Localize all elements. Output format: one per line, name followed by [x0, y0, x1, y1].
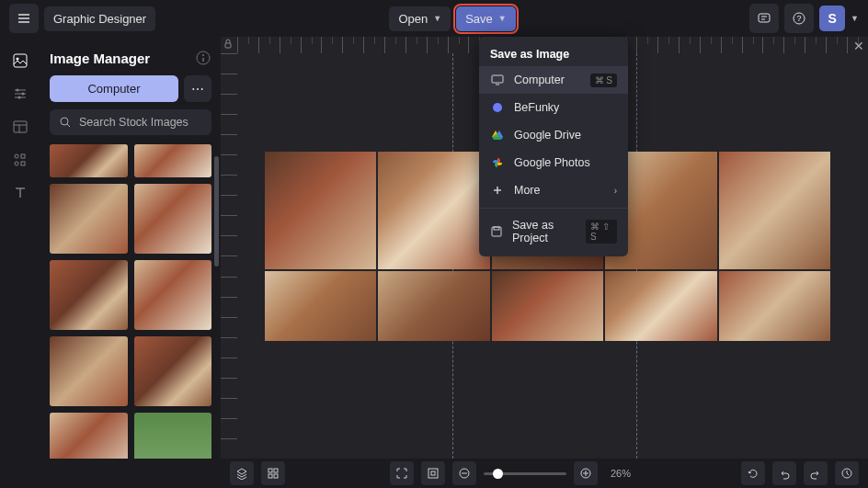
- help-button[interactable]: ?: [784, 4, 814, 33]
- keyboard-shortcut: ⌘ S: [590, 74, 617, 87]
- save-gdrive-item[interactable]: Google Drive: [479, 121, 628, 149]
- item-label: More: [514, 184, 540, 197]
- ruler-lock-icon[interactable]: [223, 39, 235, 51]
- svg-rect-17: [492, 75, 503, 83]
- grid-button[interactable]: [261, 461, 285, 485]
- thumbnail[interactable]: [50, 336, 128, 406]
- reset-button[interactable]: [741, 461, 765, 485]
- svg-point-5: [17, 89, 19, 92]
- thumbnail[interactable]: [134, 336, 212, 406]
- tab-more-button[interactable]: ⋯: [184, 75, 211, 102]
- save-more-item[interactable]: More ›: [479, 176, 628, 204]
- thumbnail[interactable]: [50, 413, 128, 459]
- svg-rect-16: [225, 43, 231, 48]
- info-icon[interactable]: [195, 50, 211, 66]
- plus-icon: [490, 183, 505, 198]
- computer-icon: [490, 73, 505, 87]
- open-button[interactable]: Open ▼: [389, 6, 451, 31]
- thumbnail-grid: [50, 144, 211, 459]
- separator: [479, 208, 628, 209]
- item-label: BeFunky: [514, 101, 559, 114]
- svg-rect-26: [431, 471, 435, 475]
- chevron-right-icon: ›: [614, 186, 617, 196]
- svg-rect-24: [274, 474, 278, 478]
- zoom-out-button[interactable]: [452, 461, 476, 485]
- panel-title: Image Manager: [50, 51, 150, 66]
- gphotos-icon: [490, 155, 505, 170]
- gdrive-icon: [490, 128, 505, 142]
- thumbnail[interactable]: [50, 144, 128, 177]
- zoom-label: 26%: [611, 468, 631, 479]
- chevron-down-icon: ▼: [498, 14, 507, 23]
- dropdown-header: Save as Image: [479, 42, 628, 66]
- zoom-thumb[interactable]: [493, 469, 503, 479]
- svg-rect-0: [759, 14, 770, 22]
- thumbnail[interactable]: [134, 184, 212, 254]
- svg-rect-21: [268, 469, 272, 472]
- save-befunky-item[interactable]: BeFunky: [479, 94, 628, 121]
- svg-point-18: [493, 103, 502, 112]
- save-computer-item[interactable]: Computer ⌘ S: [479, 66, 628, 94]
- item-label: Save as Project: [512, 219, 577, 244]
- svg-point-9: [15, 154, 18, 158]
- item-label: Google Photos: [514, 156, 590, 169]
- chevron-down-icon: ▼: [433, 14, 441, 23]
- app-title-label: Graphic Designer: [53, 12, 146, 26]
- svg-rect-8: [14, 121, 27, 132]
- avatar-initial: S: [828, 11, 836, 26]
- rail-image[interactable]: [9, 50, 31, 72]
- svg-point-14: [202, 54, 204, 56]
- svg-rect-3: [14, 54, 27, 67]
- svg-rect-20: [494, 227, 499, 230]
- vertical-ruler[interactable]: [221, 53, 237, 459]
- undo-button[interactable]: [772, 461, 796, 485]
- item-label: Google Drive: [514, 129, 581, 142]
- save-icon: [490, 224, 503, 239]
- svg-rect-25: [428, 469, 438, 478]
- save-gphotos-item[interactable]: Google Photos: [479, 149, 628, 176]
- svg-text:?: ?: [797, 14, 802, 23]
- rail-elements[interactable]: [9, 149, 31, 171]
- feedback-button[interactable]: [749, 4, 779, 33]
- tab-computer[interactable]: Computer: [50, 75, 178, 102]
- rail-adjust[interactable]: [9, 83, 31, 105]
- open-label: Open: [398, 12, 428, 26]
- history-button[interactable]: [835, 461, 859, 485]
- svg-rect-10: [21, 154, 25, 158]
- fit-button[interactable]: [421, 461, 445, 485]
- redo-button[interactable]: [804, 461, 828, 485]
- save-label: Save: [465, 12, 493, 26]
- befunky-icon: [490, 100, 505, 115]
- svg-point-7: [18, 96, 21, 99]
- menu-button[interactable]: [9, 4, 39, 33]
- svg-rect-12: [21, 162, 25, 165]
- search-icon: [59, 116, 72, 129]
- svg-point-6: [22, 93, 25, 96]
- item-label: Computer: [514, 74, 565, 86]
- thumbnail[interactable]: [134, 413, 212, 459]
- account-chevron-icon[interactable]: ▼: [851, 14, 859, 23]
- app-title[interactable]: Graphic Designer: [44, 6, 155, 31]
- svg-point-11: [15, 162, 18, 165]
- save-dropdown: Save as Image Computer ⌘ S BeFunky Googl…: [479, 37, 628, 256]
- thumbnail[interactable]: [50, 260, 128, 330]
- svg-rect-22: [274, 469, 278, 472]
- search-stock-button[interactable]: Search Stock Images: [50, 109, 211, 135]
- svg-rect-23: [268, 474, 272, 478]
- rail-layout[interactable]: [9, 116, 31, 138]
- layers-button[interactable]: [230, 461, 254, 485]
- avatar[interactable]: S: [819, 6, 845, 31]
- panel-scrollbar[interactable]: [214, 156, 219, 267]
- thumbnail[interactable]: [134, 144, 212, 177]
- rail-text[interactable]: [9, 182, 31, 204]
- svg-point-4: [17, 58, 19, 61]
- fullscreen-button[interactable]: [390, 461, 414, 485]
- thumbnail[interactable]: [134, 260, 212, 330]
- zoom-slider[interactable]: [484, 472, 566, 475]
- thumbnail[interactable]: [50, 184, 128, 254]
- save-button[interactable]: Save ▼: [456, 6, 516, 31]
- search-label: Search Stock Images: [79, 116, 188, 129]
- save-project-item[interactable]: Save as Project ⌘ ⇧ S: [479, 212, 628, 251]
- zoom-in-button[interactable]: [574, 461, 598, 485]
- svg-point-15: [61, 118, 68, 125]
